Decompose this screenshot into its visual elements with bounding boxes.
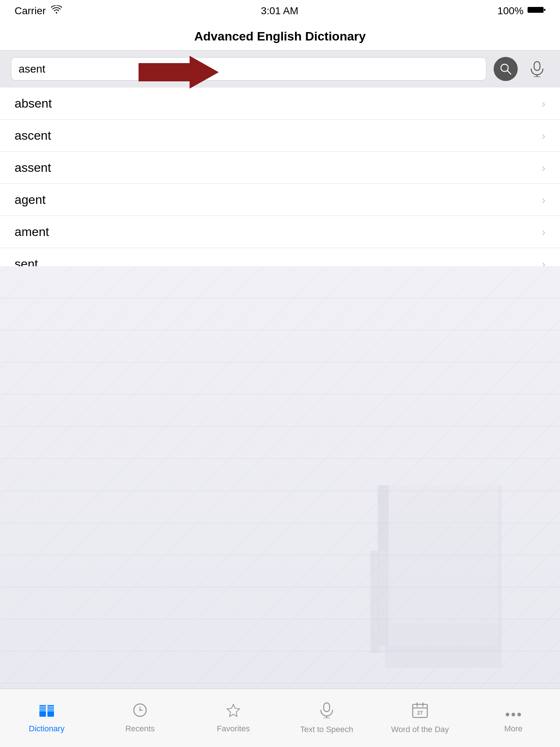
svg-point-46 <box>506 713 509 716</box>
tab-tts-label: Text to Speech <box>300 725 353 734</box>
word-text: ascent <box>15 128 51 143</box>
chevron-icon: › <box>542 129 545 142</box>
word-text: agent <box>15 193 46 207</box>
svg-point-48 <box>517 713 521 716</box>
status-bar: Carrier 3:01 AM 100% <box>0 0 560 22</box>
word-text: ament <box>15 225 49 239</box>
tab-dictionary[interactable]: Dictionary <box>0 689 93 747</box>
svg-line-3 <box>508 71 511 74</box>
tab-recents[interactable]: Recents <box>93 689 187 747</box>
tts-icon <box>319 702 334 722</box>
carrier-label: Carrier <box>15 5 46 17</box>
svg-rect-4 <box>534 62 540 70</box>
svg-rect-38 <box>324 703 330 712</box>
tab-wotd[interactable]: 27 Word of the Day <box>373 689 467 747</box>
search-input-wrapper[interactable] <box>11 57 486 81</box>
word-list-item[interactable]: ament › <box>0 216 560 248</box>
tab-favorites-label: Favorites <box>217 724 250 734</box>
svg-text:27: 27 <box>417 710 423 716</box>
tab-favorites[interactable]: Favorites <box>187 689 280 747</box>
tab-dictionary-label: Dictionary <box>29 724 65 734</box>
word-list-item[interactable]: agent › <box>0 184 560 216</box>
tab-bar: Dictionary Recents Favorites <box>0 689 560 747</box>
svg-rect-12 <box>370 551 380 653</box>
word-list-item[interactable]: absent › <box>0 88 560 120</box>
book-illustration <box>323 376 542 667</box>
svg-rect-14 <box>389 485 498 646</box>
svg-marker-8 <box>139 56 219 89</box>
chevron-icon: › <box>542 162 545 174</box>
svg-rect-1 <box>544 9 545 11</box>
wotd-icon: 27 <box>412 702 428 722</box>
search-bar <box>0 50 560 88</box>
word-text: absent <box>15 96 52 111</box>
more-icon <box>505 703 521 721</box>
tab-tts[interactable]: Text to Speech <box>280 689 373 747</box>
favorites-icon <box>226 703 241 721</box>
battery-icon <box>527 5 545 17</box>
tab-more[interactable]: More <box>467 689 560 747</box>
chevron-icon: › <box>542 226 545 238</box>
time-display: 3:01 AM <box>261 5 299 17</box>
word-list-item[interactable]: assent › <box>0 152 560 184</box>
svg-rect-0 <box>528 7 544 13</box>
battery-percentage: 100% <box>497 5 524 17</box>
svg-marker-37 <box>227 704 240 716</box>
dictionary-icon <box>39 703 55 721</box>
tab-wotd-label: Word of the Day <box>391 725 449 734</box>
tab-more-label: More <box>504 724 522 734</box>
word-list-item[interactable]: ascent › <box>0 120 560 152</box>
svg-point-47 <box>512 713 515 716</box>
search-button[interactable] <box>494 57 518 81</box>
page-title: Advanced English Dictionary <box>0 22 560 50</box>
microphone-button[interactable] <box>525 57 549 81</box>
status-right: 100% <box>497 5 545 17</box>
arrow-annotation <box>139 54 219 90</box>
chevron-icon: › <box>542 194 545 206</box>
recents-icon <box>133 703 147 721</box>
wifi-icon <box>51 5 62 17</box>
background-area <box>0 266 560 704</box>
status-left: Carrier <box>15 5 62 17</box>
word-text: assent <box>15 160 51 175</box>
search-input[interactable] <box>19 63 479 75</box>
tab-recents-label: Recents <box>125 724 155 734</box>
chevron-icon: › <box>542 97 545 110</box>
